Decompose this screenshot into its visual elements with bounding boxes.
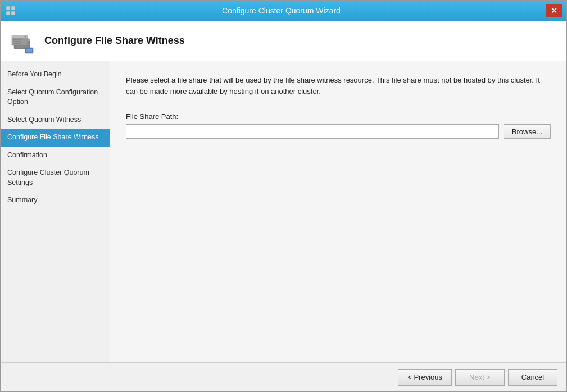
browse-button[interactable]: Browse... bbox=[504, 124, 551, 139]
wizard-header-title: Configure File Share Witness bbox=[44, 35, 185, 47]
wizard-header: Configure File Share Witness bbox=[1, 21, 566, 61]
sidebar-item-configure-cluster-quorum[interactable]: Configure Cluster Quorum Settings bbox=[1, 164, 110, 192]
file-share-input-row: Browse... bbox=[126, 124, 551, 139]
main-content: Before You Begin Select Quorum Configura… bbox=[1, 61, 566, 362]
file-share-path-input[interactable] bbox=[126, 124, 499, 139]
sidebar-item-summary[interactable]: Summary bbox=[1, 192, 110, 209]
svg-point-9 bbox=[25, 35, 26, 37]
close-button[interactable]: ✕ bbox=[546, 4, 562, 17]
sidebar-item-before-you-begin[interactable]: Before You Begin bbox=[1, 66, 110, 84]
cancel-button[interactable]: Cancel bbox=[508, 369, 557, 386]
content-area: Please select a file share that will be … bbox=[110, 61, 566, 362]
svg-rect-1 bbox=[11, 6, 15, 10]
svg-rect-3 bbox=[11, 11, 15, 15]
sidebar-item-select-quorum-witness[interactable]: Select Quorum Witness bbox=[1, 111, 110, 129]
next-button[interactable]: Next > bbox=[455, 369, 505, 386]
window-icon bbox=[5, 5, 16, 16]
sidebar: Before You Begin Select Quorum Configura… bbox=[1, 61, 110, 362]
title-bar: Configure Cluster Quorum Wizard ✕ bbox=[1, 1, 566, 21]
sidebar-item-confirmation[interactable]: Confirmation bbox=[1, 147, 110, 165]
file-share-path-label: File Share Path: bbox=[126, 112, 551, 121]
wizard-footer: < Previous Next > Cancel bbox=[1, 362, 566, 391]
description-text: Please select a file share that will be … bbox=[126, 75, 551, 97]
previous-button[interactable]: < Previous bbox=[398, 369, 452, 386]
wizard-header-icon bbox=[10, 28, 37, 54]
svg-rect-0 bbox=[6, 6, 10, 10]
window-title: Configure Cluster Quorum Wizard bbox=[16, 6, 546, 15]
file-share-form: File Share Path: Browse... bbox=[126, 112, 551, 139]
sidebar-item-configure-file-share-witness[interactable]: Configure File Share Witness bbox=[1, 129, 110, 147]
svg-rect-2 bbox=[6, 11, 10, 15]
sidebar-item-select-quorum-configuration[interactable]: Select Quorum Configuration Option bbox=[1, 84, 110, 111]
wizard-window: Configure Cluster Quorum Wizard ✕ bbox=[0, 0, 567, 392]
